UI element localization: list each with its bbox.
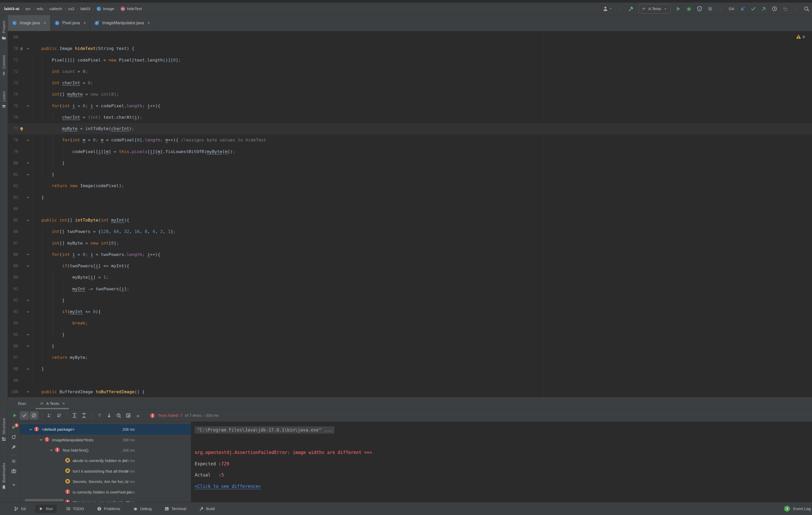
sort-by-duration-button[interactable] <box>55 411 63 420</box>
git-update-button[interactable] <box>740 6 746 12</box>
more-side-button[interactable]: » <box>12 482 15 487</box>
code-editor[interactable]: 69 70 @ public Image hideText(String tex… <box>8 31 812 397</box>
inspections-widget[interactable]: 8 <box>796 34 805 39</box>
import-test-results-button[interactable] <box>124 411 133 420</box>
run-tab-a-tests[interactable]: A Tests × <box>37 398 67 409</box>
show-passed-button[interactable] <box>20 411 29 420</box>
toolwindow-button-terminal[interactable]: Terminal <box>161 505 190 513</box>
code-line[interactable]: 99 <box>8 375 812 386</box>
code-line[interactable]: 71 Pixel[][] codePixel = new Pixel[text.… <box>8 55 812 66</box>
next-failed-test-button[interactable] <box>105 411 114 420</box>
debug-button[interactable] <box>686 6 692 12</box>
code-line[interactable]: 70 @ public Image hideText(String text) … <box>8 43 812 54</box>
more-toolbar-button[interactable]: » <box>134 411 142 420</box>
test-tree-item[interactable]: abcde is correctly hidden in pu 130 ms <box>20 456 191 466</box>
code-line[interactable]: 88 for(int i = 0; i < twoPowers.length; … <box>8 249 812 260</box>
code-line[interactable]: 93 if(myInt <= 0){ <box>8 306 812 317</box>
fold-up-icon[interactable] <box>26 161 30 165</box>
close-icon[interactable]: × <box>44 21 46 25</box>
breadcrumb-item[interactable]: cs2 <box>68 6 75 11</box>
code-line[interactable]: 85 public int[] intToByte(int myInt){ <box>8 215 812 226</box>
code-line[interactable]: 89 if(twoPowers[i] <= myInt){ <box>8 260 812 272</box>
close-icon[interactable]: × <box>84 21 86 25</box>
code-line[interactable]: 83 } <box>8 192 812 203</box>
stripe-button-structure[interactable]: Structure <box>0 418 7 441</box>
code-line[interactable]: 69 <box>8 32 812 43</box>
stripe-button-learn[interactable]: Learn <box>0 91 7 109</box>
code-line[interactable]: 78 for(int m = 0; m < codePixel[0].lengt… <box>8 134 812 146</box>
rollback-button[interactable] <box>782 6 788 12</box>
close-icon[interactable]: × <box>62 401 65 406</box>
editor-tab-Pixel.java[interactable]: C Pixel.java × <box>51 15 90 31</box>
test-tree-item[interactable]: <default package> 208 ms <box>20 424 191 434</box>
history-button[interactable] <box>772 6 777 12</box>
code-line[interactable]: 82 return new Image(codePixel); <box>8 180 812 191</box>
test-history-button[interactable] <box>114 411 123 420</box>
show-ignored-button[interactable] <box>29 411 38 420</box>
fold-down-icon[interactable] <box>26 218 30 222</box>
previous-failed-test-button[interactable] <box>95 411 104 420</box>
code-line[interactable]: 86 int[] twoPowers = {128, 64, 32, 16, 8… <box>8 226 812 237</box>
expand-all-button[interactable] <box>70 411 79 420</box>
intention-bulb-icon[interactable] <box>19 126 24 131</box>
fold-down-icon[interactable] <box>26 47 30 51</box>
breadcrumb[interactable]: lab03-at›src›edu›caltech›cs2›lab03›CImag… <box>4 6 142 11</box>
user-menu-button[interactable] <box>603 6 612 12</box>
code-line[interactable]: 92 } <box>8 295 812 306</box>
code-line[interactable]: 95 } <box>8 329 812 340</box>
test-tree-item[interactable]: Test hideText() 208 ms <box>20 445 191 456</box>
run-configuration-selector[interactable]: A Tests <box>639 4 671 14</box>
breadcrumb-item[interactable]: lab03 <box>80 6 90 11</box>
fold-up-icon[interactable] <box>26 195 30 199</box>
code-line[interactable]: 81 } <box>8 169 812 180</box>
editor-tab-Image.java[interactable]: C Image.java × <box>8 15 51 31</box>
toolwindow-button-todo[interactable]: TODO <box>62 505 88 513</box>
event-log-widget[interactable]: 3 Event Log <box>784 506 811 512</box>
sort-alphabetically-button[interactable]: az <box>45 411 54 420</box>
toolwindow-button-git[interactable]: Git <box>10 505 29 513</box>
test-tree-item[interactable]: ImageManipulatorTests 208 ms <box>20 434 191 445</box>
breadcrumb-item[interactable]: lab03-at <box>4 6 20 11</box>
code-line[interactable]: 72 int count = 0; <box>8 66 812 77</box>
code-line[interactable]: 87 int[] myByte = new int[8]; <box>8 238 812 249</box>
chevron-down-icon[interactable] <box>39 438 43 442</box>
code-line[interactable]: 96 } <box>8 340 812 352</box>
test-console[interactable]: "C:\Program Files\Java\jdk-17.0.1\bin\ja… <box>191 422 812 502</box>
close-icon[interactable]: × <box>147 21 150 25</box>
fold-down-icon[interactable] <box>26 138 30 142</box>
stop-button[interactable] <box>11 459 16 465</box>
collapse-all-button[interactable] <box>80 411 88 420</box>
code-line[interactable]: 98 } <box>8 363 812 374</box>
code-line[interactable]: 84 <box>8 203 812 215</box>
fold-down-icon[interactable] <box>26 390 30 394</box>
search-everywhere-button[interactable] <box>804 6 809 12</box>
rerun-failed-tests-button[interactable]: 9 <box>11 425 16 431</box>
fold-down-icon[interactable] <box>26 264 30 268</box>
screenshot-button[interactable] <box>11 468 16 475</box>
fold-up-icon[interactable] <box>26 298 30 302</box>
test-tree-item[interactable]: is correctly hidden in onePixel.pn 4 ms <box>20 487 191 497</box>
stripe-button-commit[interactable]: Commit <box>0 55 7 76</box>
code-line[interactable]: 74 int[] myByte = new int[8]; <box>8 89 812 100</box>
code-line[interactable]: 76 charInt = (int) text.charAt(i); <box>8 112 812 123</box>
editor-tab-ImageManipulator.java[interactable]: C ImageManipulator.java × <box>90 15 154 31</box>
fold-up-icon[interactable] <box>26 367 30 371</box>
git-push-button[interactable] <box>761 6 767 12</box>
toolwindow-button-problems[interactable]: Problems <box>93 505 124 513</box>
run-with-coverage-button[interactable] <box>697 6 702 12</box>
chevron-down-icon[interactable] <box>29 428 33 431</box>
toolwindow-button-run[interactable]: Run <box>35 505 57 513</box>
git-commit-button[interactable] <box>750 6 756 12</box>
code-line[interactable]: 90 myByte[i] = 1; <box>8 272 812 283</box>
code-line[interactable]: 73 int charInt = 0; <box>8 77 812 89</box>
breadcrumb-item[interactable]: edu <box>37 6 44 11</box>
code-line[interactable]: 91 myInt -= twoPowers[i]; <box>8 283 812 295</box>
code-line[interactable]: 97 return myByte; <box>8 352 812 363</box>
horizontal-scrollbar[interactable] <box>25 499 64 501</box>
fold-up-icon[interactable] <box>26 344 30 348</box>
rerun-button[interactable] <box>11 434 16 441</box>
test-settings-button[interactable] <box>11 445 16 451</box>
test-tree-item[interactable]: Secrets, Secrets, Are No fun, U 34 ms <box>20 477 191 487</box>
breadcrumb-item[interactable]: hideText <box>127 6 142 11</box>
toolwindow-button-debug[interactable]: Debug <box>129 505 155 513</box>
